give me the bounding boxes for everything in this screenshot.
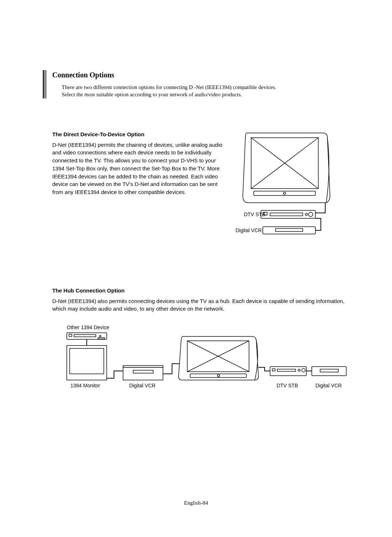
svg-rect-3 (254, 191, 315, 195)
svg-rect-18 (70, 348, 104, 374)
section-title: Connection Options (52, 71, 352, 79)
hub-option-body: D-Net (IEEE1394) also permits connecting… (52, 297, 352, 313)
intro-text: There are two different connection optio… (62, 84, 352, 98)
direct-option-body: D-Net (IEEE1394) permits the chaining of… (52, 141, 226, 196)
direct-option-figure: DTV STB Digital VCR (234, 131, 335, 247)
hub-option-title: The Hub Connection Option (52, 287, 352, 294)
label-digital-vcr-right: Digital VCR (315, 383, 342, 388)
svg-rect-32 (312, 367, 346, 376)
hub-option-block: The Hub Connection Option D-Net (IEEE139… (52, 287, 352, 404)
label-digital-vcr-left: Digital VCR (129, 383, 155, 388)
page-number: English-84 (0, 500, 392, 506)
direct-option-block: The Direct Device-To-Device Option D-Net… (52, 131, 352, 247)
hub-option-figure: Other 1394 Device 1394 Monitor Digital V… (52, 324, 352, 404)
svg-rect-20 (123, 366, 163, 367)
svg-rect-19 (123, 367, 163, 380)
label-dtv-stb-hub: DTV STB (277, 383, 298, 388)
label-digital-vcr: Digital VCR (236, 227, 262, 233)
intro-line-1: There are two different connection optio… (62, 84, 276, 90)
label-dtv-stb: DTV STB (244, 211, 265, 217)
direct-option-title: The Direct Device-To-Device Option (52, 131, 226, 137)
intro-line-2: Select the most suitable option accordin… (62, 92, 242, 97)
label-1394-monitor: 1394 Monitor (70, 383, 100, 388)
page: Connection Options There are two differe… (0, 0, 392, 537)
label-other-1394: Other 1394 Device (67, 324, 109, 330)
svg-rect-10 (263, 227, 315, 234)
section-rule-icon (43, 70, 48, 98)
